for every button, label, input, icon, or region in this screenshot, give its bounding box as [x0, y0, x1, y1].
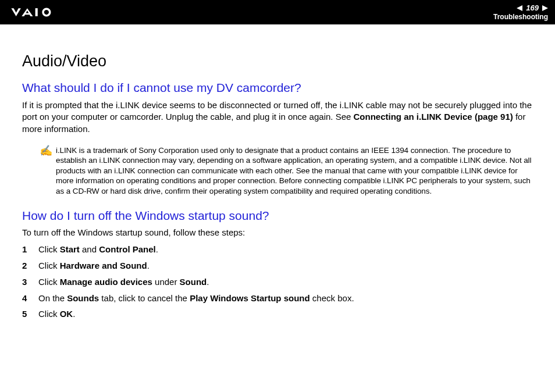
step-text: .: [156, 244, 158, 254]
question-2-intro: To turn off the Windows startup sound, f…: [22, 227, 533, 237]
question-2-heading: How do I turn off the Windows startup so…: [22, 209, 533, 223]
vaio-logo: [10, 6, 74, 18]
question-1-body: If it is prompted that the i.LINK device…: [22, 99, 533, 135]
step-text: On the: [38, 293, 67, 303]
step-text: and: [80, 244, 99, 254]
step-text: .: [147, 261, 150, 270]
header-bar: 169 Troubleshooting: [0, 0, 555, 24]
section-label: Troubleshooting: [493, 13, 548, 21]
step-bold: Sound: [180, 277, 207, 287]
step-bold: Hardware and Sound: [60, 261, 147, 270]
step-bold: Control Panel: [99, 244, 156, 254]
link-connecting-ilink[interactable]: Connecting an i.LINK Device (page 91): [354, 112, 513, 122]
step-text: Click: [38, 309, 60, 319]
step-item: Click Start and Control Panel.: [22, 243, 533, 256]
step-text: Click: [38, 244, 60, 254]
step-text: .: [207, 277, 209, 287]
step-text: check box.: [310, 293, 354, 303]
step-bold: Manage audio devices: [60, 277, 152, 287]
page-content: Audio/Video What should I do if I cannot…: [0, 24, 555, 320]
step-item: Click Hardware and Sound.: [22, 259, 533, 272]
page-title: Audio/Video: [22, 52, 533, 70]
note-icon: ✍: [40, 145, 56, 197]
step-bold: OK: [60, 309, 73, 319]
step-bold: Sounds: [67, 293, 99, 303]
step-text: .: [73, 309, 75, 319]
step-item: Click Manage audio devices under Sound.: [22, 276, 533, 288]
step-text: Click: [38, 277, 60, 287]
steps-list: Click Start and Control Panel. Click Har…: [22, 243, 533, 320]
svg-rect-0: [35, 8, 38, 16]
step-bold: Start: [60, 244, 80, 254]
step-text: under: [152, 277, 180, 287]
step-item: On the Sounds tab, click to cancel the P…: [22, 292, 533, 305]
step-text: tab, click to cancel the: [99, 293, 190, 303]
page-number: 169: [524, 3, 541, 12]
step-text: Click: [38, 261, 60, 270]
question-1-heading: What should I do if I cannot use my DV c…: [22, 81, 533, 95]
step-bold: Play Windows Startup sound: [190, 293, 310, 303]
step-item: Click OK.: [22, 308, 533, 320]
next-page-icon[interactable]: [542, 5, 548, 11]
header-right: 169 Troubleshooting: [493, 3, 548, 21]
note-text: i.LINK is a trademark of Sony Corporatio…: [56, 145, 533, 197]
prev-page-icon[interactable]: [517, 5, 522, 11]
note-block: ✍ i.LINK is a trademark of Sony Corporat…: [40, 145, 533, 197]
page-nav: 169: [493, 3, 548, 12]
